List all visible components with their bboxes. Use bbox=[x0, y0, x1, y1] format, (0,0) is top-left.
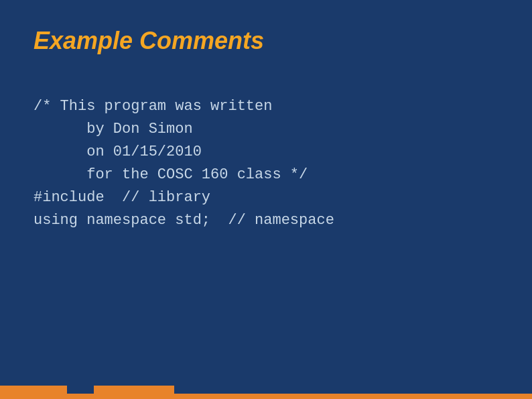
code-line-4: for the COSC 160 class */ bbox=[34, 166, 308, 183]
code-line-1: /* This program was written bbox=[34, 98, 272, 115]
code-line-5: #include // library bbox=[34, 189, 210, 206]
code-line-3: on 01/15/2010 bbox=[34, 144, 202, 160]
slide-title: Example Comments bbox=[34, 27, 498, 55]
code-line-2: by Don Simon bbox=[34, 121, 193, 137]
bottom-accent-left bbox=[0, 386, 67, 394]
bottom-strip bbox=[0, 394, 532, 399]
bottom-accent-right bbox=[94, 386, 174, 394]
code-line-6: using namespace std; // namespace bbox=[34, 212, 334, 229]
code-block: /* This program was written by Don Simon… bbox=[34, 95, 498, 233]
slide: Example Comments /* This program was wri… bbox=[0, 0, 532, 399]
